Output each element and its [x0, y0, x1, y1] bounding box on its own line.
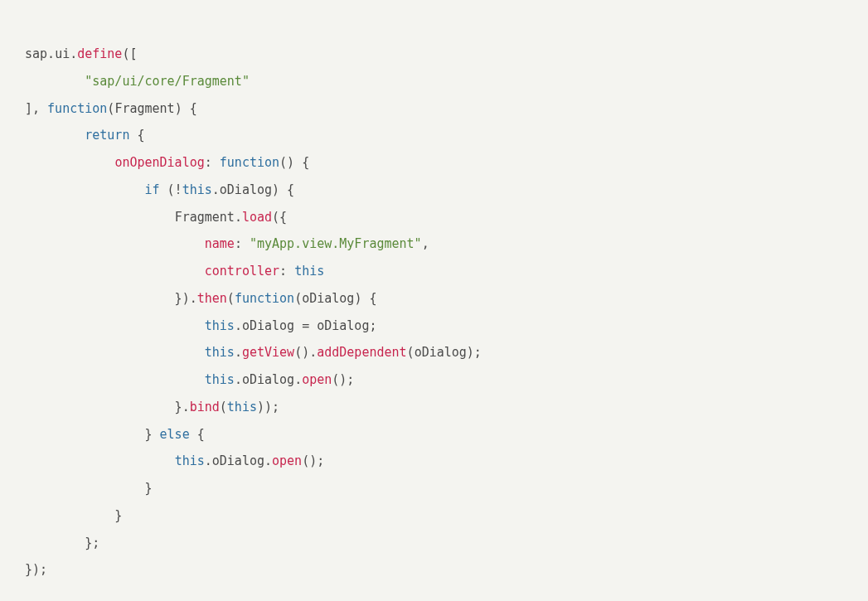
- code-token: :: [205, 155, 220, 170]
- code-token: });: [25, 562, 47, 577]
- code-token: return: [85, 128, 129, 143]
- code-line: }: [25, 481, 153, 496]
- code-line: return {: [25, 128, 145, 143]
- code-token: (: [407, 345, 415, 360]
- code-token: [25, 318, 205, 333]
- code-token: [25, 236, 205, 251]
- code-token: onOpenDialog: [114, 155, 204, 170]
- code-token: oDialog: [415, 345, 467, 360]
- code-line: sap.ui.define([: [25, 46, 137, 61]
- code-token: [25, 210, 175, 225]
- code-token: .: [235, 372, 242, 387]
- code-block: sap.ui.define([ "sap/ui/core/Fragment" ]…: [0, 0, 868, 601]
- code-token: function: [235, 291, 294, 306]
- code-token: ) {: [354, 291, 376, 306]
- code-token: };: [25, 536, 99, 550]
- code-token: ([: [122, 46, 137, 61]
- code-token: (: [220, 400, 227, 414]
- code-token: ));: [257, 400, 279, 414]
- code-token: function: [220, 155, 279, 170]
- code-token: oDialog: [302, 291, 354, 306]
- code-line: this.oDialog.open();: [25, 453, 324, 468]
- code-line: ], function(Fragment) {: [25, 101, 197, 116]
- code-token: (: [294, 291, 302, 306]
- code-token: ();: [332, 372, 354, 387]
- code-token: this: [205, 345, 235, 360]
- code-token: .: [212, 182, 220, 197]
- code-token: [25, 74, 85, 89]
- code-token: else: [160, 427, 190, 442]
- code-token: .: [47, 46, 55, 61]
- code-token: .: [205, 453, 212, 468]
- code-token: ();: [302, 453, 324, 468]
- code-token: this: [175, 453, 205, 468]
- code-token: (: [227, 291, 235, 306]
- code-token: .: [264, 453, 272, 468]
- code-token: }: [25, 427, 160, 442]
- code-token: load: [242, 210, 272, 225]
- code-token: :: [279, 264, 294, 279]
- code-token: [25, 264, 205, 279]
- code-token: controller: [205, 264, 279, 279]
- code-line: if (!this.oDialog) {: [25, 182, 294, 197]
- code-token: }: [25, 508, 122, 523]
- code-token: .: [235, 318, 242, 333]
- code-token: [25, 453, 175, 468]
- code-token: oDialog: [317, 318, 369, 333]
- code-token: ) {: [175, 101, 197, 116]
- code-token: ;: [369, 318, 376, 333]
- code-token: if: [145, 182, 160, 197]
- code-token: ],: [25, 101, 47, 116]
- code-token: [25, 345, 205, 360]
- code-token: }.: [25, 400, 190, 414]
- code-token: () {: [279, 155, 309, 170]
- code-token: oDialog: [242, 372, 294, 387]
- code-line: Fragment.load({: [25, 210, 287, 225]
- code-token: }).: [25, 291, 197, 306]
- code-line: } else {: [25, 427, 205, 442]
- code-token: :: [235, 236, 250, 251]
- code-line: this.getView().addDependent(oDialog);: [25, 345, 482, 360]
- code-token: [25, 128, 85, 143]
- code-token: [25, 372, 205, 387]
- code-token: function: [47, 101, 107, 116]
- code-line: name: "myApp.view.MyFragment",: [25, 236, 429, 251]
- code-token: bind: [190, 400, 220, 414]
- code-token: ) {: [272, 182, 294, 197]
- code-token: then: [197, 291, 227, 306]
- code-line: this.oDialog = oDialog;: [25, 318, 376, 333]
- code-token: open: [272, 453, 302, 468]
- code-token: this: [227, 400, 257, 414]
- code-token: this: [182, 182, 212, 197]
- code-token: (!: [160, 182, 182, 197]
- code-line: }).then(function(oDialog) {: [25, 291, 376, 306]
- code-token: addDependent: [317, 345, 406, 360]
- code-line: "sap/ui/core/Fragment": [25, 74, 250, 89]
- code-token: ui: [55, 46, 70, 61]
- code-token: Fragment: [175, 210, 235, 225]
- code-token: this: [205, 318, 235, 333]
- code-token: Fragment: [114, 101, 174, 116]
- code-token: "myApp.view.MyFragment": [250, 236, 422, 251]
- code-token: oDialog: [212, 453, 264, 468]
- code-line: }.bind(this));: [25, 400, 279, 414]
- code-token: ().: [294, 345, 317, 360]
- code-token: =: [294, 318, 317, 333]
- code-token: "sap/ui/core/Fragment": [85, 74, 250, 89]
- code-token: }: [25, 481, 153, 496]
- code-line: };: [25, 536, 99, 550]
- code-token: sap: [25, 46, 47, 61]
- code-token: this: [294, 264, 324, 279]
- code-token: oDialog: [242, 318, 294, 333]
- code-line: onOpenDialog: function() {: [25, 155, 309, 170]
- code-token: oDialog: [220, 182, 272, 197]
- code-token: ,: [422, 236, 429, 251]
- code-token: getView: [242, 345, 294, 360]
- code-token: {: [129, 128, 144, 143]
- code-token: .: [235, 210, 242, 225]
- code-token: name: [205, 236, 235, 251]
- code-token: ({: [272, 210, 287, 225]
- code-token: define: [77, 46, 122, 61]
- code-token: .: [294, 372, 302, 387]
- code-token: );: [467, 345, 482, 360]
